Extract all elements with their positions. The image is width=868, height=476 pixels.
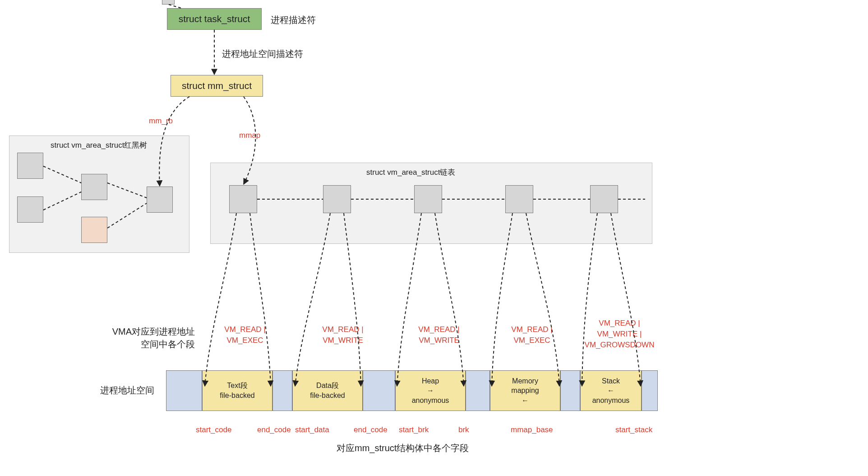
rb-node-4 bbox=[81, 217, 107, 243]
gap-1 bbox=[272, 370, 292, 411]
label-mm-rb: mm_rb bbox=[149, 116, 173, 126]
mm-struct-box: struct mm_struct bbox=[171, 75, 263, 97]
rb-node-1 bbox=[17, 153, 43, 179]
flags-4: VM_READ | VM_WRITE | VM_GROWSDOWN bbox=[581, 318, 658, 350]
flags-2: VM_READ | VM_WRITE bbox=[410, 324, 468, 346]
gap-4 bbox=[560, 370, 580, 411]
rb-node-5 bbox=[147, 187, 173, 213]
gap-3 bbox=[466, 370, 490, 411]
seg-heap-sub: anonymous bbox=[412, 397, 449, 404]
rb-node-3 bbox=[81, 174, 107, 200]
flags-3: VM_READ | VM_EXEC bbox=[503, 324, 561, 346]
rbtree-title: struct vm_area_struct红黑树 bbox=[51, 140, 147, 151]
diagram-canvas: struct task_struct 进程描述符 进程地址空间描述符 struc… bbox=[0, 0, 868, 476]
seg-text-title: Text段 bbox=[227, 382, 247, 389]
seg-stack-title: Stack bbox=[602, 377, 620, 385]
seg-mmap: Memory mapping ← bbox=[490, 370, 560, 411]
seg-data-sub: file-backed bbox=[310, 392, 345, 399]
gap-5 bbox=[642, 370, 658, 411]
vma-node-3 bbox=[505, 185, 533, 213]
seg-heap-title: Heap bbox=[422, 377, 439, 385]
svg-line-0 bbox=[169, 5, 181, 8]
seg-data-title: Data段 bbox=[316, 382, 339, 389]
seg-text-sub: file-backed bbox=[220, 392, 254, 399]
b-start-code: start_code bbox=[196, 425, 231, 435]
task-struct-box: struct task_struct bbox=[167, 8, 262, 30]
seg-mmap-arrow: ← bbox=[522, 397, 529, 404]
seg-mmap-title: Memory mapping bbox=[511, 377, 539, 395]
addr-space-label: 进程地址空间 bbox=[100, 384, 154, 397]
seg-stack: Stack ← anonymous bbox=[580, 370, 642, 411]
b-mmap-base: mmap_base bbox=[511, 425, 553, 435]
vma-node-0 bbox=[229, 185, 257, 213]
b-start-brk: start_brk bbox=[399, 425, 429, 435]
b-end-code-2: end_code bbox=[354, 425, 388, 435]
rb-node-2 bbox=[17, 196, 43, 223]
vma-node-1 bbox=[323, 185, 351, 213]
seg-heap: Heap → anonymous bbox=[395, 370, 466, 411]
b-start-data: start_data bbox=[295, 425, 329, 435]
top-fragment bbox=[162, 0, 175, 5]
flags-1: VM_READ | VM_WRITE bbox=[314, 324, 372, 346]
footer-label: 对应mm_struct结构体中各个字段 bbox=[337, 442, 469, 454]
task-struct-desc: 进程描述符 bbox=[271, 14, 316, 26]
gap-2 bbox=[363, 370, 395, 411]
vma-list-title: struct vm_area_struct链表 bbox=[366, 167, 455, 178]
seg-heap-arrow: → bbox=[427, 387, 434, 394]
vma-node-2 bbox=[414, 185, 442, 213]
mm-arrow-label: 进程地址空间描述符 bbox=[222, 47, 303, 60]
label-mmap: mmap bbox=[239, 130, 260, 141]
vma-node-4 bbox=[590, 185, 618, 213]
seg-stack-arrow: ← bbox=[607, 387, 614, 394]
b-brk: brk bbox=[458, 425, 469, 435]
gap-0 bbox=[166, 370, 202, 411]
vma-desc-label: VMA对应到进程地址 空间中各个段 bbox=[105, 325, 195, 350]
b-end-code: end_code bbox=[257, 425, 291, 435]
seg-text: Text段 file-backed bbox=[202, 370, 272, 411]
seg-data: Data段 file-backed bbox=[292, 370, 363, 411]
flags-0: VM_READ | VM_EXEC bbox=[216, 324, 274, 346]
seg-stack-sub: anonymous bbox=[592, 397, 630, 404]
b-start-stack: start_stack bbox=[615, 425, 652, 435]
